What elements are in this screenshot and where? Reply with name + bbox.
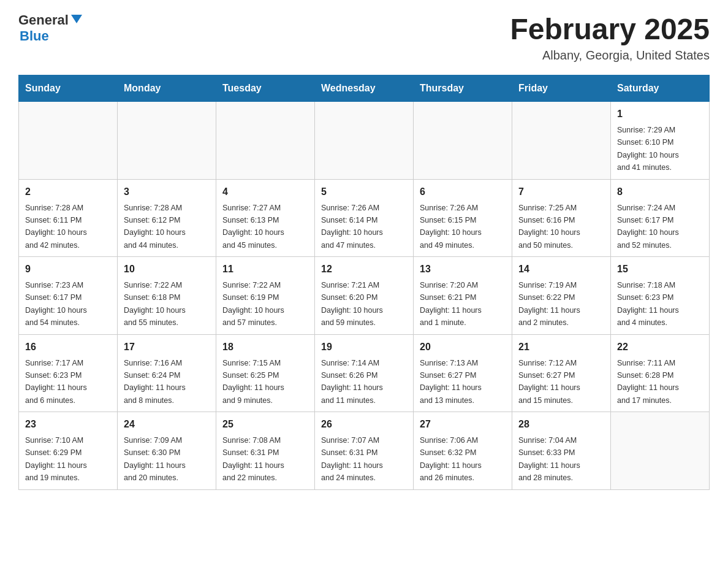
calendar-day-cell: 28Sunrise: 7:04 AM Sunset: 6:33 PM Dayli… bbox=[512, 412, 611, 490]
day-number: 28 bbox=[518, 417, 604, 432]
day-info: Sunrise: 7:22 AM Sunset: 6:18 PM Dayligh… bbox=[124, 281, 186, 327]
calendar-day-cell: 4Sunrise: 7:27 AM Sunset: 6:13 PM Daylig… bbox=[216, 179, 315, 257]
calendar-day-header: Friday bbox=[512, 75, 611, 102]
calendar-day-cell bbox=[118, 102, 216, 180]
day-number: 9 bbox=[25, 262, 111, 277]
day-number: 3 bbox=[124, 185, 210, 199]
calendar-week-row: 2Sunrise: 7:28 AM Sunset: 6:11 PM Daylig… bbox=[19, 179, 710, 257]
day-info: Sunrise: 7:07 AM Sunset: 6:31 PM Dayligh… bbox=[321, 436, 383, 482]
logo-blue-text: Blue bbox=[20, 28, 49, 44]
day-number: 24 bbox=[124, 417, 210, 432]
day-number: 2 bbox=[25, 185, 111, 199]
day-info: Sunrise: 7:28 AM Sunset: 6:11 PM Dayligh… bbox=[25, 204, 87, 250]
calendar-day-cell: 3Sunrise: 7:28 AM Sunset: 6:12 PM Daylig… bbox=[118, 179, 216, 257]
day-info: Sunrise: 7:12 AM Sunset: 6:27 PM Dayligh… bbox=[518, 359, 580, 405]
day-number: 13 bbox=[420, 262, 506, 277]
day-info: Sunrise: 7:14 AM Sunset: 6:26 PM Dayligh… bbox=[321, 359, 383, 405]
day-number: 21 bbox=[518, 340, 604, 354]
day-number: 15 bbox=[617, 262, 703, 277]
day-info: Sunrise: 7:22 AM Sunset: 6:19 PM Dayligh… bbox=[222, 281, 284, 327]
day-number: 17 bbox=[124, 340, 210, 354]
day-info: Sunrise: 7:10 AM Sunset: 6:29 PM Dayligh… bbox=[25, 436, 87, 482]
calendar-day-cell: 16Sunrise: 7:17 AM Sunset: 6:23 PM Dayli… bbox=[19, 334, 118, 412]
calendar-day-cell bbox=[611, 412, 710, 490]
calendar-day-cell: 25Sunrise: 7:08 AM Sunset: 6:31 PM Dayli… bbox=[216, 412, 315, 490]
day-number: 22 bbox=[617, 340, 703, 354]
day-number: 6 bbox=[420, 185, 506, 199]
day-info: Sunrise: 7:15 AM Sunset: 6:25 PM Dayligh… bbox=[222, 359, 284, 405]
calendar-day-header: Wednesday bbox=[315, 75, 414, 102]
day-info: Sunrise: 7:26 AM Sunset: 6:14 PM Dayligh… bbox=[321, 204, 383, 250]
calendar-day-cell: 5Sunrise: 7:26 AM Sunset: 6:14 PM Daylig… bbox=[315, 179, 414, 257]
day-number: 25 bbox=[222, 417, 308, 432]
day-number: 19 bbox=[321, 340, 407, 354]
day-info: Sunrise: 7:11 AM Sunset: 6:28 PM Dayligh… bbox=[617, 359, 679, 405]
svg-marker-0 bbox=[71, 15, 82, 23]
calendar-day-cell: 23Sunrise: 7:10 AM Sunset: 6:29 PM Dayli… bbox=[19, 412, 118, 490]
calendar-day-cell: 17Sunrise: 7:16 AM Sunset: 6:24 PM Dayli… bbox=[118, 334, 216, 412]
calendar-day-cell: 19Sunrise: 7:14 AM Sunset: 6:26 PM Dayli… bbox=[315, 334, 414, 412]
day-info: Sunrise: 7:04 AM Sunset: 6:33 PM Dayligh… bbox=[518, 436, 580, 482]
calendar-day-header: Saturday bbox=[611, 75, 710, 102]
day-number: 8 bbox=[617, 185, 703, 199]
calendar-day-cell: 6Sunrise: 7:26 AM Sunset: 6:15 PM Daylig… bbox=[414, 179, 512, 257]
day-number: 26 bbox=[321, 417, 407, 432]
day-number: 4 bbox=[222, 185, 308, 199]
day-number: 27 bbox=[420, 417, 506, 432]
page-header: General Blue February 2025 Albany, Georg… bbox=[18, 12, 710, 63]
day-info: Sunrise: 7:09 AM Sunset: 6:30 PM Dayligh… bbox=[124, 436, 186, 482]
day-info: Sunrise: 7:21 AM Sunset: 6:20 PM Dayligh… bbox=[321, 281, 383, 327]
calendar-day-cell: 14Sunrise: 7:19 AM Sunset: 6:22 PM Dayli… bbox=[512, 257, 611, 335]
calendar-week-row: 1Sunrise: 7:29 AM Sunset: 6:10 PM Daylig… bbox=[19, 102, 710, 180]
day-number: 14 bbox=[518, 262, 604, 277]
day-number: 5 bbox=[321, 185, 407, 199]
calendar-week-row: 23Sunrise: 7:10 AM Sunset: 6:29 PM Dayli… bbox=[19, 412, 710, 490]
calendar-day-header: Thursday bbox=[414, 75, 512, 102]
calendar-day-cell: 27Sunrise: 7:06 AM Sunset: 6:32 PM Dayli… bbox=[414, 412, 512, 490]
day-number: 23 bbox=[25, 417, 111, 432]
calendar-day-cell bbox=[19, 102, 118, 180]
logo-general-text: General bbox=[18, 12, 69, 28]
calendar-week-row: 16Sunrise: 7:17 AM Sunset: 6:23 PM Dayli… bbox=[19, 334, 710, 412]
day-number: 1 bbox=[617, 107, 703, 121]
day-info: Sunrise: 7:08 AM Sunset: 6:31 PM Dayligh… bbox=[222, 436, 284, 482]
day-info: Sunrise: 7:27 AM Sunset: 6:13 PM Dayligh… bbox=[222, 204, 284, 250]
location-title: Albany, Georgia, United States bbox=[510, 48, 710, 63]
day-info: Sunrise: 7:13 AM Sunset: 6:27 PM Dayligh… bbox=[420, 359, 482, 405]
day-number: 10 bbox=[124, 262, 210, 277]
day-info: Sunrise: 7:18 AM Sunset: 6:23 PM Dayligh… bbox=[617, 281, 679, 327]
day-info: Sunrise: 7:28 AM Sunset: 6:12 PM Dayligh… bbox=[124, 204, 186, 250]
calendar-day-cell: 21Sunrise: 7:12 AM Sunset: 6:27 PM Dayli… bbox=[512, 334, 611, 412]
day-number: 20 bbox=[420, 340, 506, 354]
calendar-day-cell: 15Sunrise: 7:18 AM Sunset: 6:23 PM Dayli… bbox=[611, 257, 710, 335]
calendar-day-header: Sunday bbox=[19, 75, 118, 102]
calendar-day-cell: 2Sunrise: 7:28 AM Sunset: 6:11 PM Daylig… bbox=[19, 179, 118, 257]
day-info: Sunrise: 7:23 AM Sunset: 6:17 PM Dayligh… bbox=[25, 281, 87, 327]
calendar-day-cell bbox=[414, 102, 512, 180]
day-number: 11 bbox=[222, 262, 308, 277]
calendar-day-cell: 9Sunrise: 7:23 AM Sunset: 6:17 PM Daylig… bbox=[19, 257, 118, 335]
calendar-day-header: Tuesday bbox=[216, 75, 315, 102]
day-number: 7 bbox=[518, 185, 604, 199]
calendar-week-row: 9Sunrise: 7:23 AM Sunset: 6:17 PM Daylig… bbox=[19, 257, 710, 335]
day-number: 18 bbox=[222, 340, 308, 354]
calendar-day-cell: 18Sunrise: 7:15 AM Sunset: 6:25 PM Dayli… bbox=[216, 334, 315, 412]
calendar-table: SundayMondayTuesdayWednesdayThursdayFrid… bbox=[18, 75, 710, 490]
calendar-day-cell: 11Sunrise: 7:22 AM Sunset: 6:19 PM Dayli… bbox=[216, 257, 315, 335]
day-info: Sunrise: 7:16 AM Sunset: 6:24 PM Dayligh… bbox=[124, 359, 186, 405]
calendar-day-cell bbox=[512, 102, 611, 180]
title-section: February 2025 Albany, Georgia, United St… bbox=[510, 12, 710, 63]
day-info: Sunrise: 7:26 AM Sunset: 6:15 PM Dayligh… bbox=[420, 204, 482, 250]
calendar-day-cell: 24Sunrise: 7:09 AM Sunset: 6:30 PM Dayli… bbox=[118, 412, 216, 490]
calendar-day-cell: 13Sunrise: 7:20 AM Sunset: 6:21 PM Dayli… bbox=[414, 257, 512, 335]
day-number: 16 bbox=[25, 340, 111, 354]
calendar-day-cell: 12Sunrise: 7:21 AM Sunset: 6:20 PM Dayli… bbox=[315, 257, 414, 335]
day-number: 12 bbox=[321, 262, 407, 277]
day-info: Sunrise: 7:25 AM Sunset: 6:16 PM Dayligh… bbox=[518, 204, 580, 250]
day-info: Sunrise: 7:19 AM Sunset: 6:22 PM Dayligh… bbox=[518, 281, 580, 327]
logo: General Blue bbox=[18, 12, 82, 44]
calendar-day-cell: 20Sunrise: 7:13 AM Sunset: 6:27 PM Dayli… bbox=[414, 334, 512, 412]
calendar-day-cell: 1Sunrise: 7:29 AM Sunset: 6:10 PM Daylig… bbox=[611, 102, 710, 180]
day-info: Sunrise: 7:24 AM Sunset: 6:17 PM Dayligh… bbox=[617, 204, 679, 250]
calendar-day-header: Monday bbox=[118, 75, 216, 102]
